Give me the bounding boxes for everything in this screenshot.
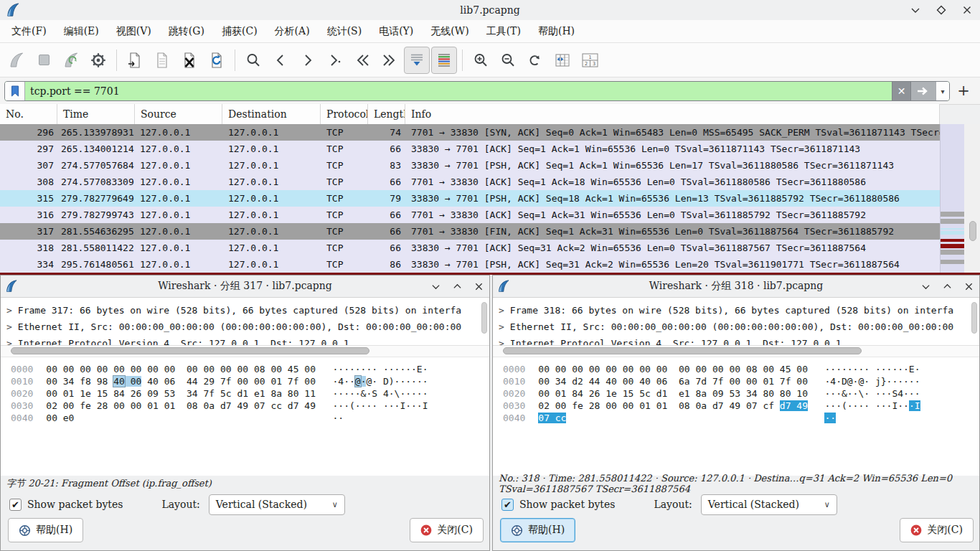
close-file-icon[interactable] [176, 47, 202, 74]
packet-detail-tree[interactable]: >Frame 318: 66 bytes on wire (528 bits),… [493, 298, 979, 346]
minimize-icon[interactable] [430, 281, 440, 291]
tree-hscrollbar[interactable] [1, 346, 489, 357]
column-header-time[interactable]: Time [57, 104, 135, 124]
goto-packet-icon[interactable] [322, 47, 348, 74]
packet-row-308[interactable]: 308274.577083309127.0.0.1127.0.0.1TCP667… [0, 174, 940, 190]
column-header-protocol[interactable]: Protocol [321, 104, 368, 124]
packet-bytes-pane[interactable]: 000000 00 00 00 00 00 00 00 00 00 00 00 … [1, 357, 489, 476]
last-packet-icon[interactable] [377, 47, 402, 74]
expander-icon[interactable]: > [499, 338, 504, 346]
menu-item-9[interactable]: 工具(T) [478, 22, 529, 41]
hex-row-0010[interactable]: 001000 34 f8 98 40 00 40 06 44 29 7f 00 … [11, 375, 489, 387]
scrollbar-thumb[interactable] [969, 221, 976, 241]
hex-row-0000[interactable]: 000000 00 00 00 00 00 00 00 00 00 00 00 … [11, 363, 489, 375]
show-packet-bytes-checkbox[interactable]: ✔ [9, 499, 22, 511]
find-packet-icon[interactable] [240, 47, 266, 74]
capture-start-icon[interactable] [4, 47, 29, 74]
filter-add-button[interactable]: + [954, 80, 973, 101]
column-header-length[interactable]: Length [368, 104, 405, 124]
tree-scrollbar-thumb[interactable] [971, 302, 977, 334]
column-header-source[interactable]: Source [135, 104, 222, 124]
close-button[interactable]: 关闭(C) [410, 518, 484, 542]
tree-scrollbar-thumb[interactable] [481, 302, 487, 334]
layout-icon[interactable]: 123 [577, 47, 603, 74]
filter-text[interactable]: tcp.port == 7701 [25, 82, 892, 100]
open-file-icon[interactable] [122, 47, 148, 74]
menu-item-6[interactable]: 统计(S) [319, 22, 371, 41]
show-packet-bytes-checkbox[interactable]: ✔ [501, 499, 514, 511]
filter-clear-icon[interactable]: ✕ [892, 82, 910, 100]
menu-item-2[interactable]: 视图(V) [108, 22, 160, 41]
filter-dropdown-icon[interactable]: ▾ [936, 82, 949, 100]
prev-packet-icon[interactable] [268, 47, 293, 74]
hex-row-0010[interactable]: 001000 34 d2 44 40 00 40 06 6a 7d 7f 00 … [503, 375, 979, 387]
help-button[interactable]: 帮助(H) [8, 518, 83, 542]
colorize-icon[interactable] [431, 47, 457, 74]
display-filter-input[interactable]: tcp.port == 7701 ✕ ▾ [4, 81, 950, 101]
close-icon[interactable] [961, 4, 973, 16]
close-button[interactable]: 关闭(C) [900, 518, 974, 542]
hex-row-0000[interactable]: 000000 00 00 00 00 00 00 00 00 00 00 00 … [503, 363, 979, 375]
hex-row-0030[interactable]: 003002 00 fe 28 00 00 01 01 08 0a d7 49 … [503, 400, 979, 412]
layout-select[interactable]: Vertical (Stacked)∨ [701, 494, 837, 515]
capture-restart-icon[interactable] [58, 47, 84, 74]
tree-hscrollbar[interactable] [493, 346, 979, 357]
filter-apply-icon[interactable] [910, 82, 936, 100]
tree-row-1[interactable]: >Ethernet II, Src: 00:00:00_00:00:00 (00… [493, 319, 979, 335]
minimize-icon[interactable] [910, 4, 921, 16]
menu-item-5[interactable]: 分析(A) [266, 22, 319, 41]
hex-row-0030[interactable]: 003002 00 fe 28 00 00 01 01 08 0a d7 49 … [11, 400, 489, 412]
packet-row-297[interactable]: 297265.134001214127.0.0.1127.0.0.1TCP663… [0, 141, 940, 157]
autoscroll-icon[interactable] [404, 47, 430, 74]
menu-item-4[interactable]: 捕获(C) [213, 22, 266, 41]
hex-row-0040[interactable]: 004000 e0 ·· [11, 412, 489, 424]
reload-file-icon[interactable] [204, 47, 230, 74]
expander-icon[interactable]: > [6, 305, 12, 316]
close-icon[interactable] [963, 281, 974, 291]
tree-row-2[interactable]: >Internet Protocol Version 4, Src: 127.0… [493, 335, 979, 346]
hex-row-0020[interactable]: 002000 01 84 26 1e 15 5c d1 e1 8a 09 53 … [503, 387, 979, 400]
zoom-in-icon[interactable] [468, 47, 494, 74]
resize-columns-icon[interactable] [550, 47, 575, 74]
menu-item-7[interactable]: 电话(Y) [370, 22, 422, 41]
packet-list-header[interactable]: No.TimeSourceDestinationProtocolLengthIn… [0, 104, 940, 125]
close-icon[interactable] [473, 281, 484, 291]
zoom-out-icon[interactable] [495, 47, 521, 74]
restore-icon[interactable] [452, 281, 462, 291]
menu-item-8[interactable]: 无线(W) [422, 22, 477, 41]
first-packet-icon[interactable] [349, 47, 375, 74]
hscrollbar-thumb[interactable] [11, 347, 369, 354]
help-button[interactable]: 帮助(H) [500, 518, 575, 542]
intelligent-scrollbar[interactable] [940, 124, 964, 273]
packet-row-315[interactable]: 315279.782779649127.0.0.1127.0.0.1TCP793… [0, 190, 940, 207]
packet-row-334[interactable]: 334295.761480561127.0.0.1127.0.0.1TCP863… [0, 256, 940, 273]
save-file-icon[interactable] [149, 47, 175, 74]
capture-stop-icon[interactable] [31, 47, 57, 74]
menu-item-3[interactable]: 跳转(G) [160, 22, 213, 41]
menu-item-0[interactable]: 文件(F) [3, 22, 55, 41]
packet-bytes-pane[interactable]: 000000 00 00 00 00 00 00 00 00 00 00 00 … [493, 357, 979, 476]
column-header-info[interactable]: Info [405, 104, 940, 124]
hscrollbar-thumb[interactable] [503, 347, 862, 354]
tree-row-2[interactable]: >Internet Protocol Version 4, Src: 127.0… [1, 335, 489, 346]
zoom-reset-icon[interactable] [522, 47, 548, 74]
tree-row-0[interactable]: >Frame 318: 66 bytes on wire (528 bits),… [493, 302, 979, 319]
expander-icon[interactable]: > [499, 305, 504, 316]
expander-icon[interactable]: > [499, 321, 504, 332]
filter-bookmark-icon[interactable] [5, 82, 25, 100]
menu-item-1[interactable]: 编辑(E) [55, 22, 108, 41]
capture-options-icon[interactable] [85, 47, 111, 74]
minimize-icon[interactable] [920, 281, 930, 291]
packet-row-318[interactable]: 318281.558011422127.0.0.1127.0.0.1TCP663… [0, 240, 940, 256]
layout-select[interactable]: Vertical (Stacked)∨ [209, 494, 345, 515]
expander-icon[interactable]: > [6, 338, 12, 346]
packet-row-316[interactable]: 316279.782799743127.0.0.1127.0.0.1TCP667… [0, 207, 940, 223]
restore-icon[interactable] [942, 281, 952, 291]
packet-row-317[interactable]: 317281.554636295127.0.0.1127.0.0.1TCP667… [0, 223, 940, 240]
expander-icon[interactable]: > [6, 321, 12, 332]
packet-row-307[interactable]: 307274.577057684127.0.0.1127.0.0.1TCP833… [0, 157, 940, 174]
tree-row-1[interactable]: >Ethernet II, Src: 00:00:00_00:00:00 (00… [1, 319, 489, 335]
next-packet-icon[interactable] [295, 47, 321, 74]
menu-item-10[interactable]: 帮助(H) [529, 22, 583, 41]
column-header-destination[interactable]: Destination [222, 104, 321, 124]
